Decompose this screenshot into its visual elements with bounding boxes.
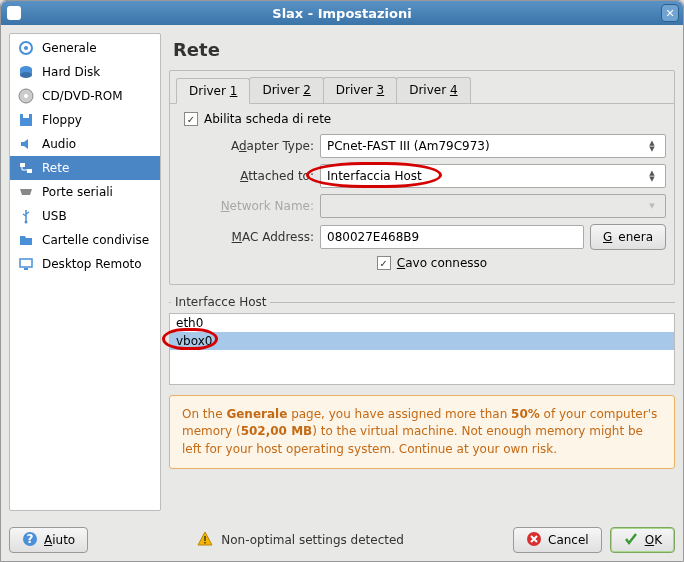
sidebar-item-label: Cartelle condivise — [42, 233, 149, 247]
hostif-item[interactable]: eth0 — [170, 314, 674, 332]
usb-icon — [18, 208, 34, 224]
window-title: Slax - Impostazioni — [272, 6, 411, 21]
hostif-list[interactable]: eth0 vbox0 — [169, 313, 675, 385]
close-icon[interactable]: ✕ — [661, 4, 679, 22]
hostif-item[interactable]: vbox0 — [170, 332, 674, 350]
adapter-type-label: Adapter Type: — [198, 139, 314, 153]
sidebar-item-audio[interactable]: Audio — [10, 132, 160, 156]
app-icon — [7, 6, 21, 20]
sidebar-item-floppy[interactable]: Floppy — [10, 108, 160, 132]
driver-panel: Driver 1 Driver 2 Driver 3 Driver 4 ✓ Ab… — [169, 70, 675, 285]
sidebar-item-label: Rete — [42, 161, 69, 175]
tabs: Driver 1 Driver 2 Driver 3 Driver 4 — [170, 71, 674, 104]
sidebar-item-label: Desktop Remoto — [42, 257, 142, 271]
sidebar-item-cddvd[interactable]: CD/DVD-ROM — [10, 84, 160, 108]
attached-value: Interfaccia Host — [327, 169, 422, 183]
help-icon: ? — [22, 531, 38, 550]
sidebar-item-label: CD/DVD-ROM — [42, 89, 123, 103]
sidebar-item-label: Audio — [42, 137, 76, 151]
attached-combo[interactable]: Interfaccia Host ▲▼ — [320, 164, 666, 188]
sidebar-item-label: Generale — [42, 41, 97, 55]
sidebar-item-label: Porte seriali — [42, 185, 113, 199]
svg-rect-13 — [24, 268, 28, 270]
folder-icon — [18, 232, 34, 248]
sidebar-item-usb[interactable]: USB — [10, 204, 160, 228]
sidebar-item-harddisk[interactable]: Hard Disk — [10, 60, 160, 84]
cancel-icon — [526, 531, 542, 550]
sidebar-item-label: Floppy — [42, 113, 82, 127]
status-text: Non-optimal settings detected — [197, 531, 404, 550]
page-title: Rete — [169, 33, 675, 70]
tab-driver-2[interactable]: Driver 2 — [249, 77, 323, 103]
svg-point-11 — [25, 221, 28, 224]
enable-label: Abilita scheda di rete — [204, 112, 331, 126]
attached-label: Attached to: — [198, 169, 314, 183]
svg-rect-9 — [20, 163, 25, 167]
network-icon — [18, 160, 34, 176]
sidebar-item-rete[interactable]: Rete — [10, 156, 160, 180]
svg-rect-16 — [205, 536, 206, 541]
floppy-icon — [18, 112, 34, 128]
adapter-type-value: PCnet-FAST III (Am79C973) — [327, 139, 490, 153]
hostif-legend: Interfacce Host — [169, 295, 675, 309]
settings-window: Slax - Impostazioni ✕ Generale Hard Disk… — [0, 0, 684, 562]
warning-box: On the Generale page, you have assigned … — [169, 395, 675, 469]
ok-button[interactable]: OK — [610, 527, 675, 553]
footer: ? Aiuto Non-optimal settings detected Ca… — [1, 519, 683, 561]
sidebar-item-label: Hard Disk — [42, 65, 100, 79]
generate-button[interactable]: Genera — [590, 224, 666, 250]
cable-label: Cavo connesso — [397, 256, 487, 270]
chevron-down-icon: ▼ — [645, 203, 659, 209]
svg-point-4 — [20, 72, 32, 78]
sidebar-item-remote[interactable]: Desktop Remoto — [10, 252, 160, 276]
ok-icon — [623, 531, 639, 550]
enable-checkbox[interactable]: ✓ — [184, 112, 198, 126]
warning-icon — [197, 531, 213, 550]
tab-driver-3[interactable]: Driver 3 — [323, 77, 397, 103]
speaker-icon — [18, 136, 34, 152]
gear-icon — [18, 40, 34, 56]
svg-rect-8 — [23, 114, 29, 118]
disc-icon — [18, 88, 34, 104]
svg-rect-17 — [205, 542, 206, 544]
window-body: Generale Hard Disk CD/DVD-ROM Floppy Aud… — [1, 25, 683, 519]
sidebar-item-generale[interactable]: Generale — [10, 36, 160, 60]
svg-text:?: ? — [27, 532, 34, 546]
monitor-icon — [18, 256, 34, 272]
sidebar: Generale Hard Disk CD/DVD-ROM Floppy Aud… — [9, 33, 161, 511]
serial-icon — [18, 184, 34, 200]
harddisk-icon — [18, 64, 34, 80]
svg-point-6 — [24, 94, 28, 98]
sidebar-item-label: USB — [42, 209, 67, 223]
network-name-combo: ▼ — [320, 194, 666, 218]
mac-value: 080027E468B9 — [327, 230, 419, 244]
tab-driver-1[interactable]: Driver 1 — [176, 78, 250, 104]
help-button[interactable]: ? Aiuto — [9, 527, 88, 553]
tab-driver-4[interactable]: Driver 4 — [396, 77, 470, 103]
main-content: Rete Driver 1 Driver 2 Driver 3 Driver 4… — [169, 33, 675, 511]
cable-checkbox[interactable]: ✓ — [377, 256, 391, 270]
enable-row: ✓ Abilita scheda di rete — [178, 112, 666, 126]
mac-label: MAC Address: — [198, 230, 314, 244]
titlebar: Slax - Impostazioni ✕ — [1, 1, 683, 25]
sidebar-item-serial[interactable]: Porte seriali — [10, 180, 160, 204]
svg-rect-12 — [20, 259, 32, 267]
sidebar-item-shared[interactable]: Cartelle condivise — [10, 228, 160, 252]
adapter-type-combo[interactable]: PCnet-FAST III (Am79C973) ▲▼ — [320, 134, 666, 158]
network-name-label: Network Name: — [198, 199, 314, 213]
svg-point-1 — [24, 46, 28, 50]
chevron-updown-icon: ▲▼ — [645, 140, 659, 152]
cancel-button[interactable]: Cancel — [513, 527, 602, 553]
chevron-updown-icon: ▲▼ — [645, 170, 659, 182]
mac-input[interactable]: 080027E468B9 — [320, 225, 584, 249]
